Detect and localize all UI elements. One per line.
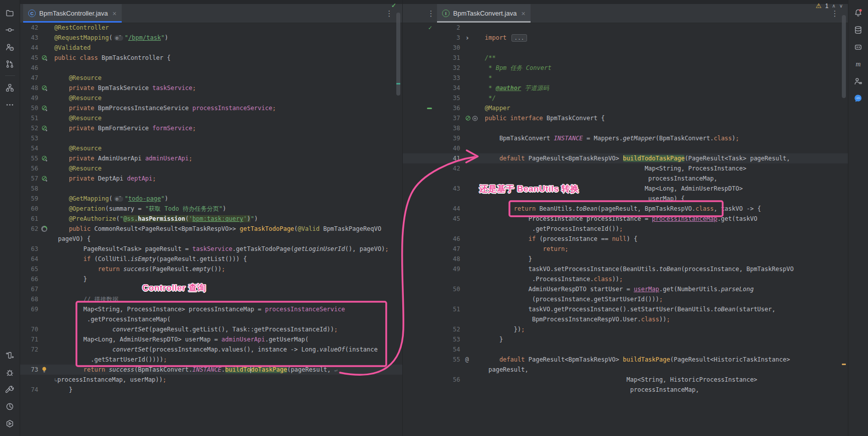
line-number[interactable]: 47: [20, 73, 38, 83]
code-line[interactable]: processInstanceMap,: [403, 173, 848, 184]
code-line[interactable]: processInstanceMap, userMap));: [20, 375, 402, 385]
prev-problem-icon[interactable]: [832, 3, 835, 9]
database-icon[interactable]: [851, 23, 865, 37]
code-line[interactable]: 40: [403, 143, 848, 153]
code-text[interactable]: taskVO.setProcessInstance(BeanUtils.toBe…: [482, 264, 848, 274]
line-number[interactable]: 34: [434, 83, 460, 93]
code-line[interactable]: .getProcessInstanceId());: [403, 224, 848, 234]
code-text[interactable]: return BeanUtils.toBean(pageResult, BpmT…: [482, 204, 848, 214]
code-line[interactable]: 56 @Resource: [20, 163, 402, 173]
code-line[interactable]: 2: [403, 23, 848, 33]
code-line[interactable]: 71 Map<Long, AdminUserRespDTO> userMap =…: [20, 334, 402, 344]
pull-requests-icon[interactable]: [3, 57, 17, 71]
fold-arrow-icon[interactable]: [460, 34, 482, 41]
code-line[interactable]: 37public interface BpmTaskConvert {: [403, 113, 848, 123]
maven-icon[interactable]: m: [851, 57, 865, 71]
code-text[interactable]: @Resource: [52, 93, 402, 103]
line-number[interactable]: 40: [434, 143, 460, 153]
endpoint-icon[interactable]: [38, 226, 52, 232]
close-icon[interactable]: [521, 10, 525, 17]
line-number[interactable]: 48: [434, 254, 460, 264]
code-line[interactable]: BpmProcessInstanceRespVO.User.class));: [403, 314, 848, 324]
code-line[interactable]: 68 // 拼接数据: [20, 294, 402, 304]
line-number[interactable]: 51: [20, 113, 38, 123]
code-text[interactable]: @Validated: [52, 43, 402, 53]
code-line[interactable]: 60 @Operation(summary = "获取 Todo 待办任务分页"…: [20, 204, 402, 214]
code-text[interactable]: processInstanceMap,: [482, 173, 848, 184]
line-number[interactable]: 39: [434, 133, 460, 143]
line-number[interactable]: 50: [434, 284, 460, 294]
build-icon[interactable]: [3, 382, 17, 396]
code-line[interactable]: 52 });: [403, 324, 848, 334]
scrollbar-right-editor[interactable]: [842, 15, 846, 98]
code-line[interactable]: 67: [20, 284, 402, 294]
notifications-icon[interactable]: [851, 6, 865, 20]
line-number[interactable]: 44: [20, 43, 38, 53]
spring-bean-icon[interactable]: [38, 85, 52, 92]
code-text[interactable]: public class BpmTaskController {: [52, 53, 402, 63]
line-number[interactable]: 58: [20, 184, 38, 194]
code-text[interactable]: default PageResult<BpmTaskRespVO> buildT…: [482, 153, 848, 163]
code-line[interactable]: .ProcessInstance.class));: [403, 274, 848, 284]
code-text[interactable]: .ProcessInstance.class));: [482, 274, 848, 284]
line-number[interactable]: 73: [20, 365, 38, 375]
spring-bean-icon[interactable]: [38, 176, 52, 182]
code-editor-right[interactable]: 23import ...3031/**32 * Bpm 任务 Convert33…: [403, 23, 848, 436]
code-text[interactable]: BpmTaskConvert INSTANCE = Mappers.getMap…: [482, 133, 848, 143]
code-line[interactable]: 61 @PreAuthorize("@ss.hasPermission('bpm…: [20, 214, 402, 224]
spring-bean-icon[interactable]: [38, 55, 52, 61]
line-number[interactable]: 43: [20, 33, 38, 43]
code-line[interactable]: 33 *: [403, 73, 848, 83]
code-text[interactable]: });: [482, 324, 848, 334]
code-line[interactable]: 53: [20, 133, 402, 143]
code-line[interactable]: 52 private BpmFormService formService;: [20, 123, 402, 133]
code-text[interactable]: public interface BpmTaskConvert {: [482, 113, 848, 123]
code-text[interactable]: @RestController: [52, 23, 402, 33]
code-text[interactable]: private BpmFormService formService;: [52, 123, 402, 133]
code-line[interactable]: 44 return BeanUtils.toBean(pageResult, B…: [403, 204, 848, 214]
line-number[interactable]: 67: [20, 284, 38, 294]
code-text[interactable]: AdminUserRespDTO startUser = userMap.get…: [482, 284, 848, 294]
line-number[interactable]: 72: [20, 344, 38, 355]
code-line[interactable]: 41 default PageResult<BpmTaskRespVO> bui…: [403, 153, 848, 163]
line-number[interactable]: 60: [20, 204, 38, 214]
inspections-widget-left[interactable]: [391, 2, 396, 9]
code-text[interactable]: @Resource: [52, 163, 402, 173]
code-text[interactable]: processInstanceMap, userMap));: [52, 375, 402, 385]
code-line[interactable]: .getProcessInstanceMap(: [20, 314, 402, 324]
code-line[interactable]: 64 if (CollUtil.isEmpty(pageResult.getLi…: [20, 254, 402, 264]
code-line[interactable]: 55@ default PageResult<BpmTaskRespVO> bu…: [403, 355, 848, 365]
close-icon[interactable]: [113, 10, 117, 17]
code-text[interactable]: BpmProcessInstanceRespVO.User.class));: [482, 314, 848, 324]
code-text[interactable]: Map<String, ProcessInstance>: [482, 163, 848, 173]
code-text[interactable]: * Bpm 任务 Convert: [482, 63, 848, 73]
code-text[interactable]: import ...: [482, 33, 848, 43]
code-text[interactable]: userMap) {: [482, 194, 848, 204]
code-line[interactable]: 62 public CommonResult<PageResult<BpmTas…: [20, 224, 402, 234]
code-text[interactable]: */: [482, 93, 848, 103]
code-line[interactable]: 50 private BpmProcessInstanceService pro…: [20, 103, 402, 113]
code-text[interactable]: pageVO) {: [52, 234, 402, 244]
code-text[interactable]: private BpmProcessInstanceService proces…: [52, 103, 402, 113]
line-number[interactable]: 55: [434, 355, 460, 365]
code-text[interactable]: Map<String, ProcessInstance> processInst…: [52, 304, 402, 314]
line-number[interactable]: 49: [434, 264, 460, 274]
code-line[interactable]: 63 PageResult<Task> pageResult = taskSer…: [20, 244, 402, 254]
line-number[interactable]: 51: [434, 304, 460, 314]
code-text[interactable]: ProcessInstance processInstance = proces…: [482, 214, 848, 224]
line-number[interactable]: 56: [20, 163, 38, 173]
code-text[interactable]: if (CollUtil.isEmpty(pageResult.getList(…: [52, 254, 402, 264]
code-line[interactable]: 72 convertSet(processInstanceMap.values(…: [20, 344, 402, 355]
code-line[interactable]: 51 @Resource: [20, 113, 402, 123]
line-number[interactable]: 3: [434, 33, 460, 43]
profiler-icon[interactable]: [3, 399, 17, 413]
code-line[interactable]: 50 AdminUserRespDTO startUser = userMap.…: [403, 284, 848, 294]
code-text[interactable]: private AdminUserApi adminUserApi;: [52, 153, 402, 163]
line-number[interactable]: 42: [434, 163, 460, 173]
commit-icon[interactable]: [3, 23, 17, 37]
code-line[interactable]: 73 return success(BpmTaskConvert.INSTANC…: [20, 365, 402, 375]
code-line[interactable]: 70 convertSet(pageResult.getList(), Task…: [20, 324, 402, 334]
code-line[interactable]: 58: [20, 184, 402, 194]
code-text[interactable]: @PreAuthorize("@ss.hasPermission('bpm:ta…: [52, 214, 402, 224]
code-line[interactable]: 46 if (processInstance == null) {: [403, 234, 848, 244]
